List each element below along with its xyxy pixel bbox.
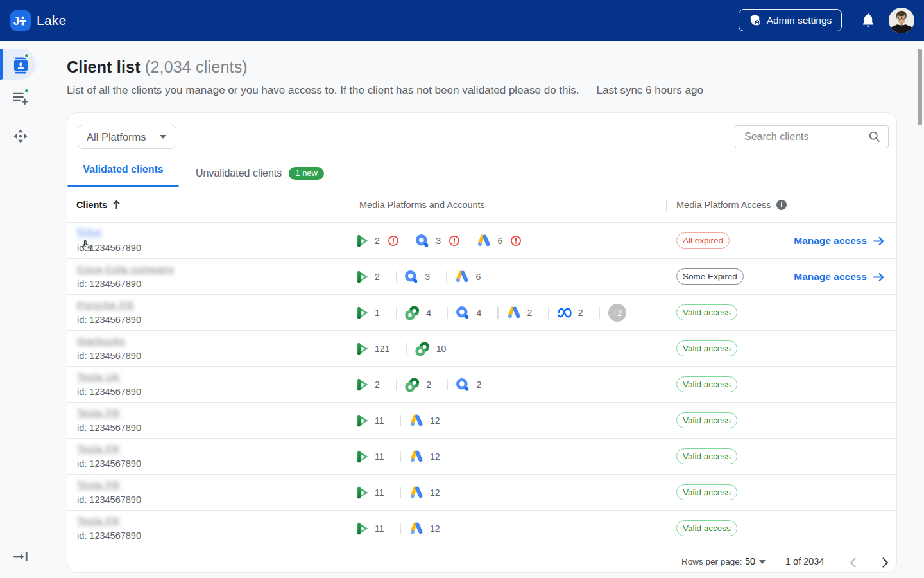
svg-text:J: J <box>13 14 19 28</box>
